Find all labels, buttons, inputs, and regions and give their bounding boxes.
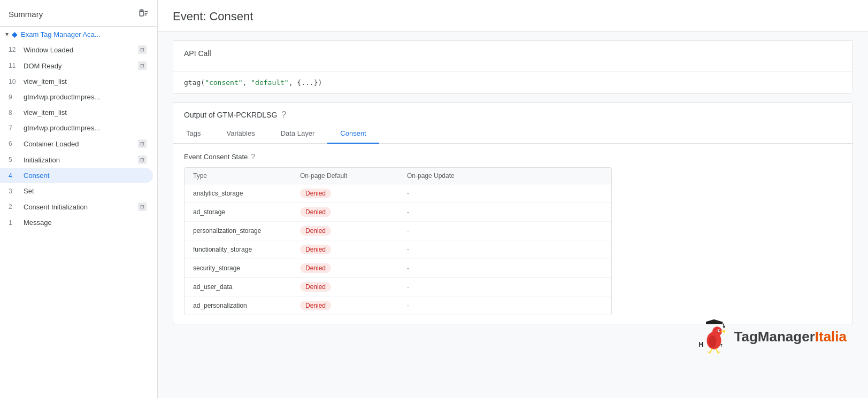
denied-badge: Denied bbox=[300, 189, 331, 198]
item-badge-icon: ⊡ bbox=[138, 155, 147, 164]
sidebar-title: Summary bbox=[9, 10, 43, 19]
code-gtag: gtag("consent", "default", {...}) bbox=[184, 79, 322, 87]
update-cell: - bbox=[398, 260, 505, 276]
table-row: ad_storageDenied- bbox=[185, 203, 611, 222]
item-number: 12 bbox=[9, 46, 19, 53]
sidebar-item-gtm4wp-7[interactable]: 7gtm4wp.productImpres... bbox=[0, 120, 153, 136]
update-cell: - bbox=[398, 204, 505, 220]
svg-line-10 bbox=[710, 349, 712, 353]
table-row: security_storageDenied- bbox=[185, 259, 611, 278]
item-number: 11 bbox=[9, 62, 19, 69]
expand-icon: ▾ bbox=[5, 30, 9, 38]
svg-text:T: T bbox=[720, 343, 723, 348]
tab-consent[interactable]: Consent bbox=[327, 124, 379, 144]
svg-line-12 bbox=[708, 352, 710, 353]
type-cell: functionality_storage bbox=[185, 241, 291, 257]
bird-logo-icon: H T bbox=[698, 318, 730, 355]
sidebar-item-view-item-list-8[interactable]: 8view_item_list bbox=[0, 105, 153, 120]
tabs-bar: Tags Variables Data Layer Consent bbox=[173, 124, 852, 144]
denied-badge: Denied bbox=[300, 207, 331, 217]
tab-data-layer[interactable]: Data Layer bbox=[268, 124, 328, 144]
item-label: Consent Initialization bbox=[24, 203, 134, 211]
sidebar-item-gtm4wp-9[interactable]: 9gtm4wp.productImpres... bbox=[0, 89, 153, 105]
svg-point-9 bbox=[708, 336, 716, 348]
sidebar-item-container-loaded[interactable]: 6Container Loaded⊡ bbox=[0, 136, 153, 152]
item-label: Message bbox=[24, 218, 147, 227]
item-number: 8 bbox=[9, 109, 19, 116]
col-default: On-page Default bbox=[291, 168, 398, 184]
output-section: Output of GTM-PCKRDLSG ? Tags Variables … bbox=[173, 102, 853, 324]
item-number: 4 bbox=[9, 172, 19, 180]
help-icon[interactable]: ? bbox=[281, 110, 286, 120]
table-row: ad_personalizationDenied- bbox=[185, 296, 611, 315]
diamond-icon: ◆ bbox=[12, 30, 18, 38]
output-title: Output of GTM-PCKRDLSG bbox=[184, 111, 277, 119]
item-label: Consent bbox=[24, 171, 147, 180]
type-cell: analytics_storage bbox=[185, 185, 291, 201]
item-label: DOM Ready bbox=[24, 62, 134, 70]
sidebar-item-set[interactable]: 3Set bbox=[0, 183, 153, 199]
consent-help-icon[interactable]: ? bbox=[251, 152, 255, 161]
table-row: personalization_storageDenied- bbox=[185, 222, 611, 240]
logo-container: H T TagManagerItalia bbox=[698, 318, 847, 355]
table-row: ad_user_dataDenied- bbox=[185, 278, 611, 296]
item-label: Window Loaded bbox=[24, 46, 134, 54]
page-header: Event: Consent bbox=[158, 0, 868, 32]
svg-point-8 bbox=[718, 330, 719, 331]
item-label: gtm4wp.productImpres... bbox=[24, 124, 147, 132]
type-cell: personalization_storage bbox=[185, 223, 291, 239]
svg-text:H: H bbox=[698, 341, 703, 348]
consent-state-section: Event Consent State ? Type On-page Defau… bbox=[173, 144, 852, 324]
item-number: 1 bbox=[9, 219, 19, 227]
item-number: 3 bbox=[9, 188, 19, 195]
sidebar-item-view-item-list-10[interactable]: 10view_item_list bbox=[0, 74, 153, 89]
type-cell: security_storage bbox=[185, 260, 291, 276]
delete-sweep-icon[interactable] bbox=[138, 7, 149, 21]
consent-state-title: Event Consent State ? bbox=[184, 152, 842, 161]
denied-badge: Denied bbox=[300, 282, 331, 292]
item-number: 6 bbox=[9, 140, 19, 147]
item-badge-icon: ⊡ bbox=[138, 45, 147, 54]
sidebar-item-consent[interactable]: 4Consent bbox=[0, 168, 153, 183]
item-label: Initialization bbox=[24, 156, 134, 164]
item-label: view_item_list bbox=[24, 77, 147, 85]
item-label: Container Loaded bbox=[24, 140, 134, 148]
sidebar-item-message[interactable]: 1Message bbox=[0, 215, 153, 230]
api-call-card: API Call gtag("consent", "default", {...… bbox=[173, 40, 853, 93]
item-badge-icon: ⊡ bbox=[138, 139, 147, 148]
denied-badge: Denied bbox=[300, 301, 331, 310]
api-call-title: API Call bbox=[184, 49, 842, 58]
tab-tags[interactable]: Tags bbox=[173, 124, 213, 144]
container-name: Exam Tag Manager Aca... bbox=[21, 30, 151, 38]
item-number: 7 bbox=[9, 124, 19, 132]
sidebar-item-initialization[interactable]: 5Initialization⊡ bbox=[0, 152, 153, 168]
default-cell: Denied bbox=[291, 278, 398, 296]
item-badge-icon: ⊡ bbox=[138, 61, 147, 70]
sidebar-item-window-loaded[interactable]: 12Window Loaded⊡ bbox=[0, 42, 153, 58]
svg-rect-3 bbox=[723, 326, 725, 328]
item-label: Set bbox=[24, 187, 147, 195]
tab-variables[interactable]: Variables bbox=[213, 124, 267, 144]
type-cell: ad_personalization bbox=[185, 298, 291, 314]
table-row: analytics_storageDenied- bbox=[185, 184, 611, 203]
denied-badge: Denied bbox=[300, 226, 331, 236]
sidebar-item-consent-init[interactable]: 2Consent Initialization⊡ bbox=[0, 199, 153, 215]
default-cell: Denied bbox=[291, 240, 398, 259]
denied-badge: Denied bbox=[300, 263, 331, 273]
output-header: Output of GTM-PCKRDLSG ? bbox=[173, 103, 852, 120]
col-update: On-page Update bbox=[398, 168, 505, 184]
sidebar-item-dom-ready[interactable]: 11DOM Ready⊡ bbox=[0, 58, 153, 74]
consent-table: Type On-page Default On-page Update anal… bbox=[184, 167, 612, 315]
consent-table-body: analytics_storageDenied-ad_storageDenied… bbox=[185, 184, 611, 315]
page-title: Event: Consent bbox=[173, 10, 853, 24]
item-number: 10 bbox=[9, 78, 19, 85]
default-cell: Denied bbox=[291, 296, 398, 315]
container-row[interactable]: ▾ ◆ Exam Tag Manager Aca... bbox=[0, 27, 157, 42]
item-label: view_item_list bbox=[24, 108, 147, 116]
logo-text: TagManagerItalia bbox=[734, 329, 847, 345]
table-row: functionality_storageDenied- bbox=[185, 240, 611, 259]
col-type: Type bbox=[185, 168, 291, 184]
update-cell: - bbox=[398, 241, 505, 257]
type-cell: ad_storage bbox=[185, 204, 291, 220]
update-cell: - bbox=[398, 298, 505, 314]
